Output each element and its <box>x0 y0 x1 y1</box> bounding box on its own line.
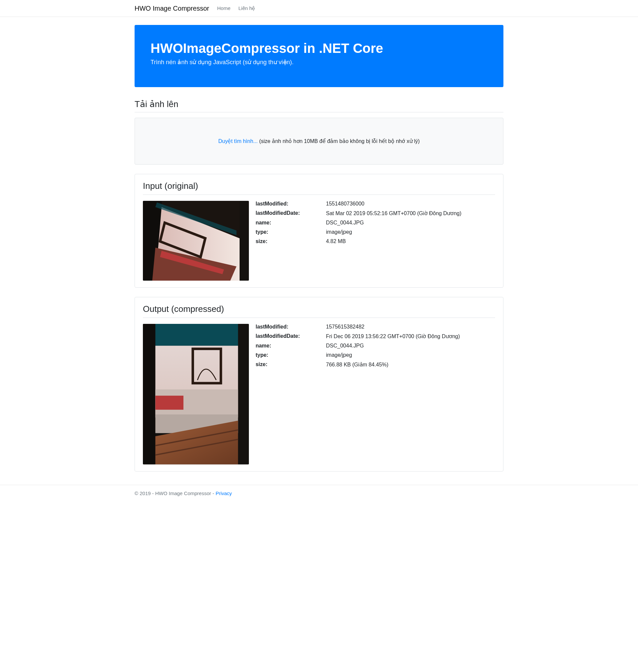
label-type: type: <box>255 352 323 358</box>
output-size: 766.88 KB (Giảm 84.45%) <box>326 361 495 368</box>
label-lastmodifieddate: lastModifiedDate: <box>255 333 323 340</box>
hero-subtitle: Trình nén ảnh sử dụng JavaScript (sử dụn… <box>151 59 487 66</box>
label-size: size: <box>255 239 323 244</box>
hero-banner: HWOImageCompressor in .NET Core Trình né… <box>135 25 503 87</box>
upload-dropzone[interactable]: Duyệt tìm hình... (size ảnh nhỏ hơn 10MB… <box>135 118 503 165</box>
hero-title: HWOImageCompressor in .NET Core <box>151 41 487 56</box>
input-info-list: lastModified: 1551480736000 lastModified… <box>255 201 495 244</box>
upload-heading: Tải ảnh lên <box>135 98 503 110</box>
upload-hint: (size ảnh nhỏ hơn 10MB để đảm bảo không … <box>257 138 420 144</box>
input-panel: Input (original) <box>135 174 503 288</box>
svg-marker-10 <box>143 324 155 464</box>
input-lastmodified: 1551480736000 <box>326 201 495 207</box>
output-image-thumbnail[interactable] <box>143 324 249 464</box>
output-lastmodified: 1575615382482 <box>326 324 495 330</box>
input-panel-title: Input (original) <box>143 181 495 191</box>
nav-link-contact[interactable]: Liên hệ <box>236 3 258 14</box>
output-panel-title: Output (compressed) <box>143 304 495 314</box>
nav-link-home[interactable]: Home <box>215 3 233 14</box>
main-container: HWOImageCompressor in .NET Core Trình né… <box>130 25 508 472</box>
input-lastmodifieddate: Sat Mar 02 2019 05:52:16 GMT+0700 (Giờ Đ… <box>326 210 495 216</box>
svg-marker-2 <box>239 201 249 281</box>
footer-text: © 2019 - HWO Image Compressor - <box>135 490 216 496</box>
input-size: 4.82 MB <box>326 239 495 244</box>
label-lastmodified: lastModified: <box>255 201 323 207</box>
output-name: DSC_0044.JPG <box>326 343 495 349</box>
navbar-brand[interactable]: HWO Image Compressor <box>135 3 209 14</box>
input-name: DSC_0044.JPG <box>326 220 495 226</box>
output-info-list: lastModified: 1575615382482 lastModified… <box>255 324 495 368</box>
label-lastmodifieddate: lastModifiedDate: <box>255 210 323 216</box>
footer: © 2019 - HWO Image Compressor - Privacy <box>0 485 638 509</box>
label-lastmodified: lastModified: <box>255 324 323 330</box>
upload-divider <box>135 112 503 112</box>
browse-link[interactable]: Duyệt tìm hình... <box>218 138 257 144</box>
label-name: name: <box>255 343 323 349</box>
navbar: HWO Image Compressor Home Liên hệ <box>0 0 638 17</box>
svg-marker-11 <box>238 324 249 464</box>
label-name: name: <box>255 220 323 226</box>
output-panel-divider <box>143 317 495 318</box>
input-panel-divider <box>143 195 495 195</box>
label-size: size: <box>255 361 323 368</box>
footer-privacy-link[interactable]: Privacy <box>216 490 232 496</box>
label-type: type: <box>255 229 323 235</box>
nav-links: Home Liên hệ <box>215 3 261 14</box>
svg-rect-9 <box>143 324 249 346</box>
svg-rect-14 <box>155 396 183 410</box>
output-panel: Output (compressed) <box>135 297 503 471</box>
output-type: image/jpeg <box>326 352 495 358</box>
output-lastmodifieddate: Fri Dec 06 2019 13:56:22 GMT+0700 (Giờ Đ… <box>326 333 495 340</box>
input-image-thumbnail[interactable] <box>143 201 249 281</box>
input-type: image/jpeg <box>326 229 495 235</box>
